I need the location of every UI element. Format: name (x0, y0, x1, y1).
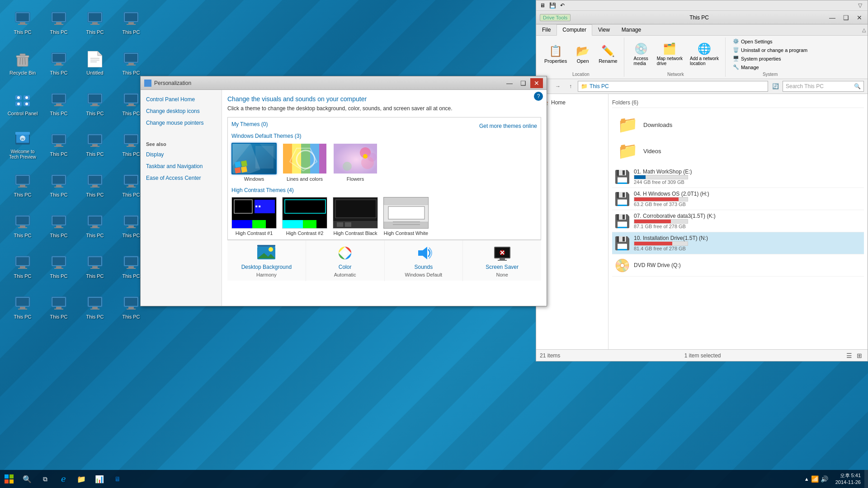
desktop-icon-thispc-3[interactable]: This PC (77, 5, 113, 41)
bottom-color-label[interactable]: Color (339, 264, 352, 270)
theme-lines[interactable]: Lines and colors (282, 143, 327, 182)
desktop-icon-thispc-13[interactable]: This PC (5, 167, 41, 203)
desktop-icon-thispc-2[interactable]: This PC (41, 5, 77, 41)
bottom-sounds-label[interactable]: Sounds (415, 264, 433, 270)
ribbon-manage-button[interactable]: 🔧 Manage (731, 63, 809, 71)
ribbon-system-props-button[interactable]: 🖥️ System properties (731, 55, 809, 62)
breadcrumb-thispc[interactable]: This PC (590, 83, 609, 89)
pers-restore-button[interactable]: ❑ (517, 78, 529, 88)
bottom-screensaver[interactable]: Screen Saver None (463, 240, 541, 281)
refresh-button[interactable]: 🔄 (770, 81, 781, 91)
nav-ease-of-access[interactable]: Ease of Access Center (141, 172, 222, 184)
nav-change-mouse-pointers[interactable]: Change mouse pointers (141, 117, 222, 129)
quick-item-videos[interactable]: 📁 Videos (612, 138, 864, 164)
desktop-icon-thispc-23[interactable]: This PC (77, 249, 113, 285)
bottom-sounds[interactable]: Sounds Windows Default (385, 240, 463, 281)
ribbon-open-settings-button[interactable]: ⚙️ Open Settings (731, 38, 809, 45)
pers-minimize-button[interactable]: — (503, 78, 516, 88)
desktop-icon-thispc-25[interactable]: This PC (5, 289, 41, 325)
tab-manage[interactable]: Manage (616, 24, 647, 35)
desktop-icon-thispc-19[interactable]: This PC (77, 208, 113, 244)
desktop-icon-thispc-18[interactable]: This PC (41, 208, 77, 244)
taskbar-ie-button[interactable]: ℯ (54, 470, 72, 488)
bottom-desktop-bg[interactable]: Desktop Background Harmony (227, 240, 306, 281)
theme-hcw[interactable]: High Contrast White (383, 197, 429, 236)
desktop-icon-thispc-4[interactable]: This PC (113, 5, 149, 41)
nav-display[interactable]: Display (141, 149, 222, 160)
ribbon-collapse-button[interactable]: △ (862, 27, 866, 33)
bottom-screensaver-label[interactable]: Screen Saver (486, 264, 519, 270)
desktop-icon-thispc-10[interactable]: This PC (41, 127, 77, 163)
taskbar-taskview-button[interactable]: ⧉ (36, 470, 54, 488)
minimize-button[interactable]: — (826, 13, 839, 23)
up-button[interactable]: ↑ (565, 81, 576, 91)
restore-button[interactable]: ❑ (840, 13, 852, 23)
taskbar-excel-button[interactable]: 📊 (90, 470, 108, 488)
drive-item-k[interactable]: 💾 07. Corroborative data3(1.5T) (K:) 87.… (612, 210, 864, 232)
theme-hcb[interactable]: High Contrast Black (333, 197, 378, 236)
desktop-icon-controlpanel[interactable]: Control Panel (5, 86, 41, 122)
qa-properties-button[interactable]: 🖥 (538, 1, 547, 9)
desktop-icon-thispc-27[interactable]: This PC (77, 289, 113, 325)
theme-windows[interactable]: Windows (231, 143, 277, 182)
ribbon-access-media-label: Accessmedia (634, 56, 648, 66)
tab-file[interactable]: File (536, 24, 557, 35)
qa-save-button[interactable]: 💾 (548, 1, 557, 9)
ribbon-expand-button[interactable]: ▽ (858, 2, 866, 9)
grid-view-button[interactable]: ⊞ (855, 351, 864, 360)
show-desktop-button[interactable] (864, 470, 868, 488)
ribbon-properties-button[interactable]: 📋 Properties (542, 43, 570, 66)
theme-hc2[interactable]: High Contrast #2 (282, 197, 327, 236)
nav-change-desktop-icons[interactable]: Change desktop icons (141, 105, 222, 117)
taskbar-remote-button[interactable]: 🖥 (108, 470, 127, 488)
close-button[interactable]: ✕ (853, 13, 866, 23)
desktop-icon-welcome[interactable]: W Welcome to Tech Preview (5, 127, 41, 163)
desktop-icon-recycle[interactable]: Recycle Bin (5, 45, 41, 81)
ribbon-access-media-button[interactable]: 💿 Accessmedia (630, 41, 652, 68)
taskbar-clock[interactable]: 오후 5:41 2014-11-26 (832, 472, 864, 486)
desktop-icon-thispc-5[interactable]: This PC (41, 45, 77, 81)
quick-item-downloads[interactable]: 📁 Downloads (612, 112, 864, 138)
drive-item-n[interactable]: 💾 10. Installation Drive(1.5T) (N:) 81.4… (612, 232, 864, 254)
nav-taskbar[interactable]: Taskbar and Navigation (141, 160, 222, 172)
taskbar-files-button[interactable]: 📁 (72, 470, 90, 488)
desktop-icon-thispc-11[interactable]: This PC (77, 127, 113, 163)
tab-computer[interactable]: Computer (557, 24, 592, 36)
tray-expand-icon[interactable]: ▲ (804, 476, 809, 482)
desktop-icon-thispc-21[interactable]: This PC (5, 249, 41, 285)
desktop-icon-thispc-22[interactable]: This PC (41, 249, 77, 285)
desktop-icon-thispc-14[interactable]: This PC (41, 167, 77, 203)
ribbon-uninstall-button[interactable]: 🗑️ Uninstall or change a program (731, 46, 809, 54)
bottom-desktop-bg-label[interactable]: Desktop Background (241, 264, 292, 270)
tab-view[interactable]: View (592, 24, 616, 35)
drive-item-q[interactable]: 📀 DVD RW Drive (Q:) (612, 254, 864, 277)
ribbon-open-button[interactable]: 📂 Open (571, 43, 594, 66)
theme-flowers[interactable]: Flowers (333, 143, 378, 182)
pc-icon (50, 172, 68, 190)
taskbar-search-button[interactable]: 🔍 (18, 470, 36, 488)
desktop-icon-thispc-15[interactable]: This PC (77, 167, 113, 203)
desktop-icon-thispc-17[interactable]: This PC (5, 208, 41, 244)
desktop-icon-thispc-8[interactable]: This PC (77, 86, 113, 122)
help-button[interactable]: ? (534, 92, 543, 101)
get-more-themes-link[interactable]: Get more themes online (479, 121, 537, 131)
desktop-icon-thispc-1[interactable]: This PC (5, 5, 41, 41)
theme-hc1[interactable]: ■ ■ High Contrast #1 (231, 197, 277, 236)
pers-close-button[interactable]: ✕ (530, 78, 543, 88)
ribbon-add-network-button[interactable]: 🌐 Add a networklocation (687, 41, 722, 68)
desktop-icon-untitled[interactable]: Untitled (77, 45, 113, 81)
desktop-icon-thispc-26[interactable]: This PC (41, 289, 77, 325)
search-box[interactable]: Search This PC 🔍 (783, 81, 864, 92)
drive-item-e[interactable]: 💾 01. Math WorkShop (E:) 244 GB free of … (612, 166, 864, 188)
address-breadcrumb[interactable]: 📁 This PC (578, 81, 768, 92)
qa-undo-button[interactable]: ↶ (558, 1, 567, 9)
ribbon-map-network-button[interactable]: 🗂️ Map networkdrive (654, 41, 685, 68)
start-button[interactable] (0, 470, 18, 488)
drive-item-h[interactable]: 💾 04. H Windows OS (2.0T1) (H:) 63.2 GB … (612, 188, 864, 210)
detail-view-button[interactable]: ☰ (845, 351, 854, 360)
nav-control-panel-home[interactable]: Control Panel Home (141, 94, 222, 105)
ribbon-rename-button[interactable]: ✏️ Rename (596, 43, 620, 66)
bottom-color[interactable]: Color Automatic (306, 240, 385, 281)
forward-button[interactable]: → (552, 81, 563, 91)
desktop-icon-thispc-7[interactable]: This PC (41, 86, 77, 122)
